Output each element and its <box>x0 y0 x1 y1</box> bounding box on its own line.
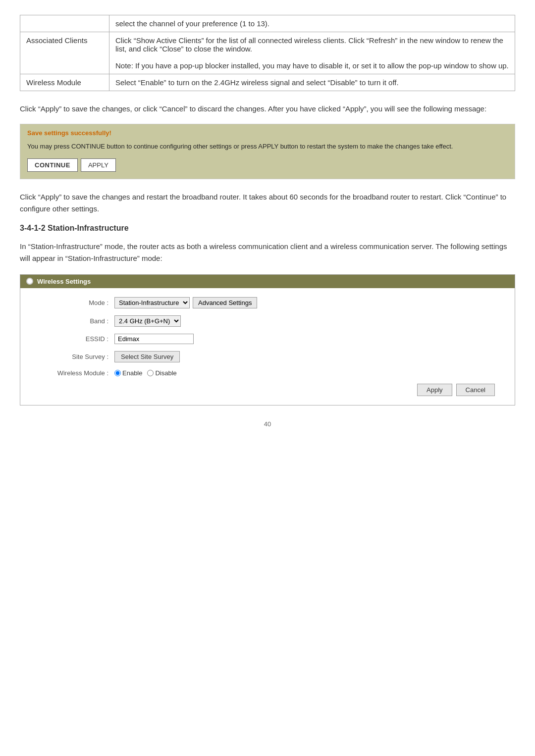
radio-enable-text: Enable <box>122 369 142 377</box>
save-title: Save settings successfully! <box>27 129 508 137</box>
advanced-settings-button[interactable]: Advanced Settings <box>193 297 257 308</box>
continue-button[interactable]: CONTINUE <box>27 158 78 172</box>
paragraph-apply-info: Click “Apply” to save the changes, or cl… <box>20 103 515 115</box>
section-heading: 3-4-1-2 Station-Infrastructure <box>20 224 515 233</box>
cancel-button[interactable]: Cancel <box>456 384 495 396</box>
table-cell-label-wireless: Wireless Module <box>20 74 109 91</box>
mode-label: Mode : <box>35 299 114 306</box>
band-label: Band : <box>35 317 114 325</box>
table-row-wireless-module: Wireless Module Select “Enable” to turn … <box>20 74 515 91</box>
page-number: 40 <box>20 420 515 428</box>
band-select[interactable]: 2.4 GHz (B+G+N) 2.4 GHz (B+G) 2.4 GHz (B… <box>114 315 181 327</box>
apply-button[interactable]: Apply <box>417 384 452 396</box>
essid-control <box>114 334 194 344</box>
clients-text-2: Note: If you have a pop-up blocker insta… <box>115 61 509 70</box>
radio-disable[interactable] <box>147 370 154 376</box>
essid-row: ESSID : <box>35 334 500 344</box>
radio-enable[interactable] <box>114 370 121 376</box>
apply-save-button[interactable]: APPLY <box>81 158 116 172</box>
paragraph-station-info: In “Station-Infrastructure” mode, the ro… <box>20 241 515 264</box>
band-row: Band : 2.4 GHz (B+G+N) 2.4 GHz (B+G) 2.4… <box>35 315 500 327</box>
mode-select[interactable]: Station-Infrastructure AP Client WDS <box>114 297 190 308</box>
wireless-module-control: Enable Disable <box>114 369 177 377</box>
save-box-buttons: CONTINUE APPLY <box>27 158 508 172</box>
mode-control: Station-Infrastructure AP Client WDS Adv… <box>114 297 257 308</box>
band-control: 2.4 GHz (B+G+N) 2.4 GHz (B+G) 2.4 GHz (B… <box>114 315 181 327</box>
site-survey-row: Site Survey : Select Site Survey <box>35 351 500 362</box>
clients-text-1: Click “Show Active Clients” for the list… <box>115 36 503 53</box>
radio-disable-text: Disable <box>155 369 176 377</box>
table-cell-wireless-content: Select “Enable” to turn on the 2.4GHz wi… <box>109 74 515 91</box>
wireless-panel-title: Wireless Settings <box>37 278 91 285</box>
essid-input[interactable] <box>114 334 194 344</box>
header-circle-icon <box>26 278 33 285</box>
table-cell-label-clients: Associated Clients <box>20 32 109 74</box>
paragraph-apply-restart: Click “Apply” to save the changes and re… <box>20 191 515 215</box>
wireless-module-row: Wireless Module : Enable Disable <box>35 369 500 377</box>
table-row-clients: Associated Clients Click “Show Active Cl… <box>20 32 515 74</box>
wireless-panel-header: Wireless Settings <box>20 275 515 288</box>
site-survey-label: Site Survey : <box>35 353 114 360</box>
wireless-settings-panel: Wireless Settings Mode : Station-Infrast… <box>20 274 515 405</box>
select-site-survey-button[interactable]: Select Site Survey <box>114 351 180 362</box>
site-survey-control: Select Site Survey <box>114 351 180 362</box>
wireless-panel-body: Mode : Station-Infrastructure AP Client … <box>20 288 515 405</box>
mode-row: Mode : Station-Infrastructure AP Client … <box>35 297 500 308</box>
save-message: You may press CONTINUE button to continu… <box>27 142 508 151</box>
save-settings-box: Save settings successfully! You may pres… <box>20 124 515 179</box>
table-cell-label-empty <box>20 15 109 32</box>
radio-enable-label[interactable]: Enable <box>114 369 142 377</box>
table-cell-channel: select the channel of your preference (1… <box>109 15 515 32</box>
radio-disable-label[interactable]: Disable <box>147 369 176 377</box>
bottom-buttons: Apply Cancel <box>35 384 500 396</box>
essid-label: ESSID : <box>35 335 114 343</box>
table-row-channel: select the channel of your preference (1… <box>20 15 515 32</box>
settings-table: select the channel of your preference (1… <box>20 15 515 91</box>
table-cell-clients-content: Click “Show Active Clients” for the list… <box>109 32 515 74</box>
wireless-module-label: Wireless Module : <box>35 369 114 377</box>
